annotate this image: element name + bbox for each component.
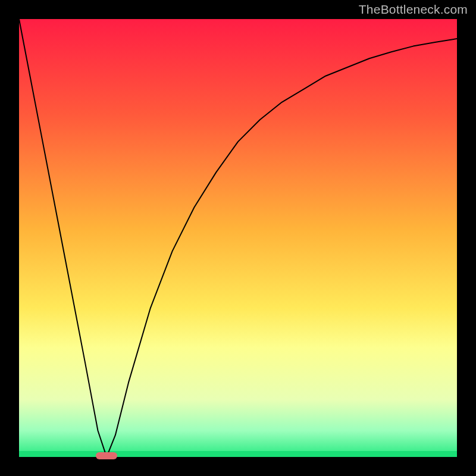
watermark-text: TheBottleneck.com [359,2,468,17]
minimum-marker [96,452,117,459]
bottleneck-curve [19,19,457,457]
curve-path [19,19,457,457]
chart-frame: TheBottleneck.com [0,0,476,476]
